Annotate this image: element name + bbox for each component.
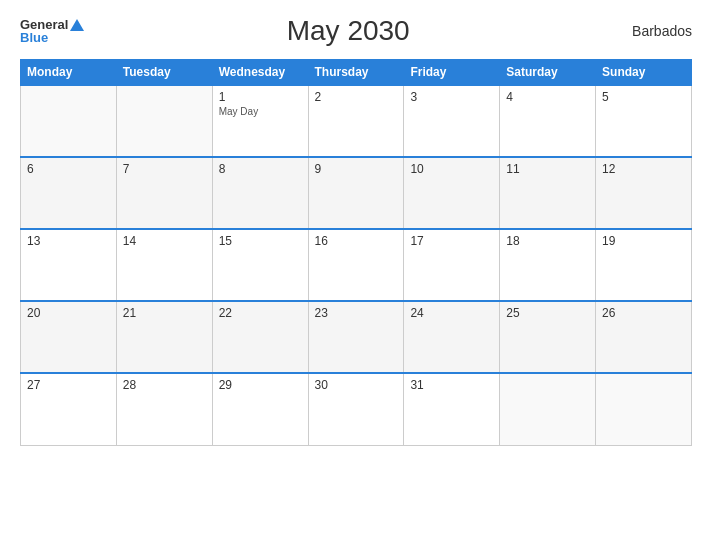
day-number: 24 xyxy=(410,306,493,320)
calendar-body: 1May Day23456789101112131415161718192021… xyxy=(21,85,692,445)
calendar-cell xyxy=(596,373,692,445)
calendar-cell: 15 xyxy=(212,229,308,301)
calendar-cell: 21 xyxy=(116,301,212,373)
calendar-cell: 6 xyxy=(21,157,117,229)
calendar-cell xyxy=(21,85,117,157)
calendar-cell: 17 xyxy=(404,229,500,301)
calendar-row: 13141516171819 xyxy=(21,229,692,301)
calendar-col-wednesday: Wednesday xyxy=(212,60,308,86)
calendar-cell: 2 xyxy=(308,85,404,157)
calendar-col-thursday: Thursday xyxy=(308,60,404,86)
calendar-cell: 3 xyxy=(404,85,500,157)
day-number: 7 xyxy=(123,162,206,176)
day-number: 22 xyxy=(219,306,302,320)
calendar-cell xyxy=(116,85,212,157)
day-number: 26 xyxy=(602,306,685,320)
calendar-cell: 14 xyxy=(116,229,212,301)
calendar-cell: 11 xyxy=(500,157,596,229)
calendar-col-tuesday: Tuesday xyxy=(116,60,212,86)
calendar-row: 20212223242526 xyxy=(21,301,692,373)
day-number: 8 xyxy=(219,162,302,176)
header: General Blue May 2030 Barbados xyxy=(20,15,692,47)
calendar-cell: 8 xyxy=(212,157,308,229)
day-number: 11 xyxy=(506,162,589,176)
day-number: 30 xyxy=(315,378,398,392)
calendar-cell: 24 xyxy=(404,301,500,373)
day-number: 2 xyxy=(315,90,398,104)
logo: General Blue xyxy=(20,18,84,44)
calendar-table: MondayTuesdayWednesdayThursdayFridaySatu… xyxy=(20,59,692,446)
calendar-col-saturday: Saturday xyxy=(500,60,596,86)
day-number: 10 xyxy=(410,162,493,176)
day-number: 31 xyxy=(410,378,493,392)
day-number: 5 xyxy=(602,90,685,104)
calendar-cell: 22 xyxy=(212,301,308,373)
calendar-col-sunday: Sunday xyxy=(596,60,692,86)
calendar-cell: 13 xyxy=(21,229,117,301)
day-number: 4 xyxy=(506,90,589,104)
day-number: 27 xyxy=(27,378,110,392)
holiday-label: May Day xyxy=(219,106,302,117)
calendar-col-monday: Monday xyxy=(21,60,117,86)
day-number: 1 xyxy=(219,90,302,104)
calendar-cell: 23 xyxy=(308,301,404,373)
calendar-cell: 7 xyxy=(116,157,212,229)
calendar-row: 6789101112 xyxy=(21,157,692,229)
calendar-cell: 10 xyxy=(404,157,500,229)
calendar-cell: 12 xyxy=(596,157,692,229)
calendar-cell: 20 xyxy=(21,301,117,373)
country-label: Barbados xyxy=(612,23,692,39)
day-number: 20 xyxy=(27,306,110,320)
calendar-header-row: MondayTuesdayWednesdayThursdayFridaySatu… xyxy=(21,60,692,86)
day-number: 9 xyxy=(315,162,398,176)
day-number: 21 xyxy=(123,306,206,320)
day-number: 13 xyxy=(27,234,110,248)
calendar-cell: 30 xyxy=(308,373,404,445)
calendar-cell: 27 xyxy=(21,373,117,445)
calendar-cell: 18 xyxy=(500,229,596,301)
day-number: 15 xyxy=(219,234,302,248)
calendar-cell: 28 xyxy=(116,373,212,445)
month-title: May 2030 xyxy=(84,15,612,47)
day-number: 19 xyxy=(602,234,685,248)
logo-triangle-icon xyxy=(70,19,84,31)
day-number: 29 xyxy=(219,378,302,392)
day-number: 12 xyxy=(602,162,685,176)
calendar-cell: 19 xyxy=(596,229,692,301)
calendar-row: 1May Day2345 xyxy=(21,85,692,157)
calendar-cell: 1May Day xyxy=(212,85,308,157)
calendar-cell: 4 xyxy=(500,85,596,157)
day-number: 14 xyxy=(123,234,206,248)
calendar-cell: 9 xyxy=(308,157,404,229)
logo-blue-text: Blue xyxy=(20,31,48,44)
calendar-col-friday: Friday xyxy=(404,60,500,86)
day-number: 3 xyxy=(410,90,493,104)
calendar-page: General Blue May 2030 Barbados MondayTue… xyxy=(0,0,712,550)
calendar-cell: 31 xyxy=(404,373,500,445)
calendar-cell: 29 xyxy=(212,373,308,445)
calendar-cell: 26 xyxy=(596,301,692,373)
calendar-cell: 5 xyxy=(596,85,692,157)
day-number: 23 xyxy=(315,306,398,320)
day-number: 16 xyxy=(315,234,398,248)
calendar-cell: 16 xyxy=(308,229,404,301)
day-number: 28 xyxy=(123,378,206,392)
day-number: 18 xyxy=(506,234,589,248)
day-number: 6 xyxy=(27,162,110,176)
calendar-cell xyxy=(500,373,596,445)
calendar-row: 2728293031 xyxy=(21,373,692,445)
calendar-cell: 25 xyxy=(500,301,596,373)
day-number: 17 xyxy=(410,234,493,248)
day-number: 25 xyxy=(506,306,589,320)
